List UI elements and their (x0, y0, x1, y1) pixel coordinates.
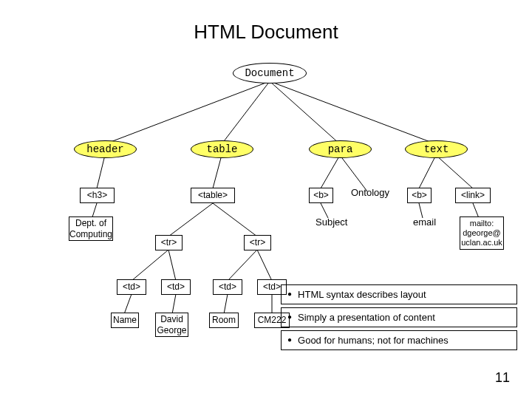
node-table: table (191, 140, 253, 158)
node-td3: <td> (213, 279, 242, 295)
node-table-tag: <table> (191, 188, 235, 203)
bullet-dot-icon: ● (287, 289, 292, 299)
node-name: Name (111, 313, 139, 328)
david-line1: David (160, 314, 183, 324)
node-h3: <h3> (80, 188, 115, 203)
label-email: email (413, 216, 436, 228)
svg-line-22 (419, 203, 423, 218)
svg-line-19 (321, 203, 328, 218)
svg-line-2 (270, 81, 340, 144)
svg-line-18 (340, 155, 367, 191)
bullet-item: ● Simply a presentation of content (281, 307, 517, 327)
node-td1: <td> (117, 279, 146, 295)
mailto-line3: uclan.ac.uk (461, 238, 502, 248)
bullet-list: ● HTML syntax describes layout ● Simply … (281, 284, 517, 353)
svg-line-8 (213, 203, 257, 236)
node-tr1: <tr> (155, 235, 183, 250)
label-ontology: Ontology (351, 187, 389, 198)
node-david: David George (155, 313, 188, 337)
svg-line-10 (168, 250, 176, 281)
bullet-dot-icon: ● (287, 312, 292, 322)
svg-line-4 (97, 155, 105, 188)
svg-line-14 (172, 294, 176, 314)
node-document: Document (233, 63, 307, 83)
mailto-line1: mailto: (470, 219, 494, 228)
dept-line1: Dept. of (75, 218, 106, 228)
svg-line-13 (124, 294, 132, 314)
svg-line-20 (419, 155, 436, 188)
node-text: text (405, 140, 468, 158)
bullet-text: Simply a presentation of content (298, 312, 435, 323)
svg-line-12 (257, 250, 272, 281)
svg-line-17 (321, 155, 340, 188)
david-line2: George (157, 325, 186, 335)
node-para: para (309, 140, 372, 158)
node-dept: Dept. of Computing (69, 216, 113, 241)
svg-line-0 (105, 81, 270, 144)
svg-line-9 (132, 250, 168, 281)
node-header: header (74, 140, 137, 158)
svg-line-21 (436, 155, 473, 188)
node-b2: <b> (407, 188, 432, 203)
svg-line-11 (228, 250, 257, 281)
bullet-item: ● HTML syntax describes layout (281, 284, 517, 304)
bullet-item: ● Good for humans; not for machines (281, 330, 517, 350)
node-b1: <b> (309, 188, 333, 203)
bullet-dot-icon: ● (287, 335, 292, 345)
mailto-line2: dgeorge@ (463, 228, 501, 238)
node-td2: <td> (161, 279, 191, 295)
svg-line-7 (168, 203, 213, 236)
bullet-text: HTML syntax describes layout (298, 289, 426, 300)
node-tr2: <tr> (244, 235, 271, 250)
node-room: Room (209, 313, 239, 328)
node-link: <link> (455, 188, 491, 203)
bullet-text: Good for humans; not for machines (298, 335, 449, 346)
node-mailto: mailto: dgeorge@ uclan.ac.uk (460, 216, 504, 250)
label-subject: Subject (316, 216, 347, 228)
svg-line-6 (213, 155, 222, 188)
dept-line2: Computing (69, 229, 112, 239)
svg-line-15 (224, 294, 228, 314)
svg-line-3 (270, 81, 436, 144)
